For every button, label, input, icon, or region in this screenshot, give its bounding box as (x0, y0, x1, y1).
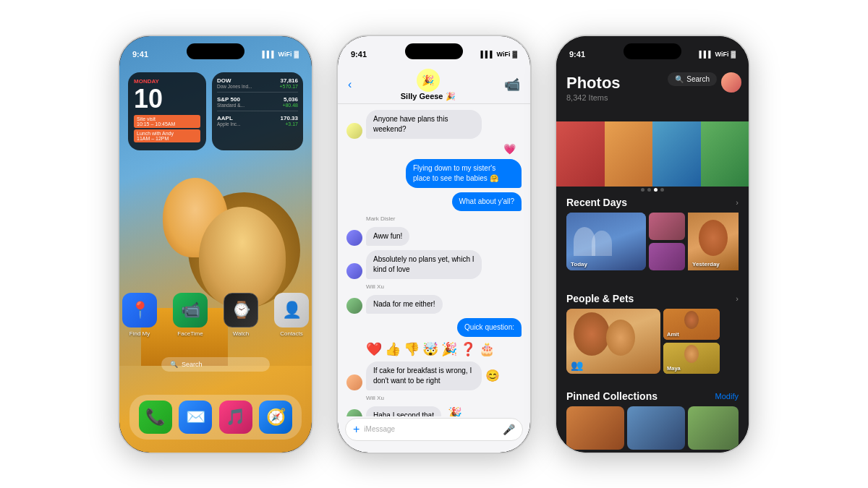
status-icons-photos: ▌▌▌ WiFi ▓ (699, 51, 736, 58)
dock-phone[interactable]: 📞 (139, 401, 172, 434)
emoji-explode[interactable]: 🤯 (422, 341, 438, 357)
signal-icon: ▌▌▌ (480, 51, 494, 58)
smile-emoji: 😊 (485, 369, 500, 382)
sender-mark: Mark Disler (366, 215, 522, 222)
status-time-photos: 9:41 (569, 50, 585, 59)
emoji-reactions-row: ❤️ 👍 👎 🤯 🎉 ❓ 🎂 (366, 341, 522, 357)
message-4: Aww fun! (346, 227, 522, 246)
bubble-second: Haha I second that (366, 406, 441, 416)
messages-body: Anyone have plans this weekend? 💗 Flying… (338, 104, 530, 416)
calendar-day-num: 10 (134, 86, 200, 112)
recent-days-grid: Today Yesterday (556, 213, 749, 270)
people-main-photo[interactable]: 👥 (566, 309, 660, 374)
featured-photo-2 (605, 121, 653, 187)
party-reaction: 🎉 (448, 406, 462, 416)
app-icons-row: 📍 Find My 📹 FaceTime ⌚ Watch 👤 Contacts (119, 293, 312, 337)
app-findmy[interactable]: 📍 Find My (122, 293, 157, 337)
bubble-5: Absolutely no plans yet, which I kind of… (366, 250, 482, 279)
recent-yesterday-label: Yesterday (692, 261, 720, 267)
dynamic-island-home (187, 43, 244, 59)
people-pets-title: People & Pets (566, 293, 634, 304)
status-bar-photos: 9:41 ▌▌▌ WiFi ▓ (556, 36, 749, 67)
stock-row-aapl: AAPL Apple Inc... 170.33 +3.17 (217, 115, 298, 129)
person-maya[interactable]: Maya (663, 343, 720, 374)
back-button[interactable]: ‹ (348, 78, 352, 91)
message-2: Flying down to my sister's place to see … (346, 159, 522, 188)
recent-today[interactable]: Today (566, 213, 646, 270)
dock-music[interactable]: 🎵 (219, 401, 252, 434)
recent-small-1[interactable] (649, 213, 685, 240)
photos-profile-avatar[interactable] (721, 72, 741, 93)
message-input[interactable]: iMessage (364, 425, 498, 433)
bubble-4: Aww fun! (366, 227, 409, 246)
message-input-bar[interactable]: + iMessage 🎤 (345, 418, 523, 441)
message-5: Absolutely no plans yet, which I kind of… (346, 250, 522, 279)
add-attachment-button[interactable]: + (353, 423, 359, 436)
watch-icon: ⌚ (224, 293, 258, 328)
battery-icon: ▓ (731, 51, 736, 58)
message-6: Nada for me either! (346, 295, 522, 314)
dock-safari[interactable]: 🧭 (259, 401, 292, 434)
phone-messages: 9:41 ▌▌▌ WiFi ▓ ‹ 🎉 Silly Geese 🎉 📹 Anyo… (336, 35, 532, 454)
pinned-thumb-2[interactable] (627, 406, 685, 450)
emoji-heart[interactable]: ❤️ (366, 341, 382, 357)
group-info[interactable]: 🎉 Silly Geese 🎉 (401, 69, 456, 101)
phone-photos: 9:41 ▌▌▌ WiFi ▓ Photos 8,342 Items 🔍 Sea… (555, 35, 750, 454)
pinned-modify-button[interactable]: Modify (715, 392, 739, 401)
findmy-label: Find My (129, 330, 150, 337)
recent-yesterday[interactable]: Yesterday (688, 213, 739, 270)
emoji-thumbsup[interactable]: 👍 (385, 341, 401, 357)
home-search-bar[interactable]: 🔍 Search (161, 357, 270, 372)
pinned-header: Pinned Collections Modify (556, 390, 749, 402)
avatar-cake (346, 374, 362, 390)
emoji-cake[interactable]: 🎂 (479, 341, 495, 357)
person-amit[interactable]: Amit (663, 309, 720, 340)
messages-header: ‹ 🎉 Silly Geese 🎉 📹 (338, 67, 530, 104)
facetime-label: FaceTime (177, 330, 203, 337)
video-call-button[interactable]: 📹 (504, 77, 520, 93)
emoji-party[interactable]: 🎉 (441, 341, 457, 357)
stock-row-dow: DOW Dow Jones Ind... 37,816 +570.17 (217, 77, 298, 93)
people-pets-arrow[interactable]: › (736, 294, 739, 303)
signal-icon: ▌▌▌ (262, 51, 276, 58)
dot-4 (660, 188, 664, 192)
pinned-thumb-1[interactable] (566, 406, 624, 450)
dock-mail[interactable]: ✉️ (179, 401, 212, 434)
recent-days-header: Recent Days › (556, 197, 749, 208)
recent-today-label: Today (571, 261, 587, 267)
status-icons-home: ▌▌▌ WiFi ▓ (262, 51, 299, 58)
app-contacts[interactable]: 👤 Contacts (274, 293, 309, 337)
group-avatar: 🎉 (417, 69, 440, 92)
bubble-1: Anyone have plans this weekend? (366, 110, 482, 139)
sender-will2: Will Xu (366, 395, 522, 401)
pinned-thumb-3[interactable] (688, 406, 739, 450)
emoji-question[interactable]: ❓ (460, 341, 476, 357)
widget-calendar[interactable]: MONDAY 10 Site visit 10:15 – 10:45AM Lun… (128, 72, 206, 150)
featured-photo-strip (556, 121, 749, 187)
bubble-cake: If cake for breakfast is wrong, I don't … (366, 361, 482, 390)
emoji-thumbsdown[interactable]: 👎 (404, 341, 420, 357)
people-pets-header: People & Pets › (556, 293, 749, 304)
wifi-icon: WiFi (497, 51, 511, 58)
recent-days-arrow[interactable]: › (736, 198, 739, 207)
photos-header: Photos 8,342 Items (556, 67, 749, 108)
avatar-mark (346, 230, 362, 246)
dynamic-island-photos (624, 43, 681, 59)
person-amit-label: Amit (667, 331, 679, 338)
bubble-3: What about y'all? (452, 192, 522, 211)
app-facetime[interactable]: 📹 FaceTime (173, 293, 208, 337)
pinned-collections-section: Pinned Collections Modify (556, 390, 749, 450)
contacts-label: Contacts (280, 330, 303, 337)
microphone-button[interactable]: 🎤 (503, 424, 515, 435)
app-watch[interactable]: ⌚ Watch (224, 293, 258, 337)
dot-1 (641, 188, 644, 192)
avatar-1 (346, 123, 362, 139)
calendar-event-2: Lunch with Andy 11AM – 12PM (134, 129, 200, 142)
person-maya-label: Maya (667, 365, 681, 372)
recent-small-2[interactable] (649, 243, 685, 270)
photos-search-button[interactable]: 🔍 Search (668, 72, 717, 86)
status-bar-home: 9:41 ▌▌▌ WiFi ▓ (119, 36, 312, 67)
status-time-messages: 9:41 (351, 50, 367, 59)
home-dock: 📞 ✉️ 🎵 🧭 (129, 395, 302, 440)
widget-stocks[interactable]: DOW Dow Jones Ind... 37,816 +570.17 S&P … (212, 72, 303, 150)
